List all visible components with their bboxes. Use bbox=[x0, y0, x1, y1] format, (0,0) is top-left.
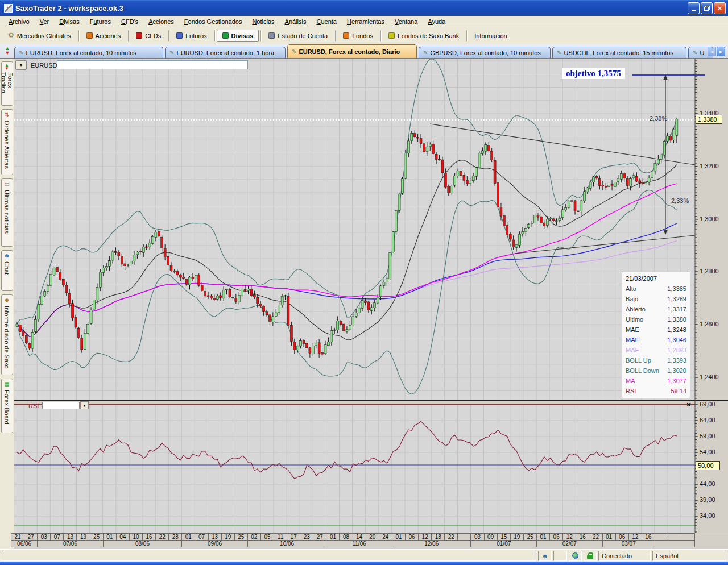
menu-fondos-gestionados[interactable]: Fondos Gestionados bbox=[179, 17, 247, 26]
sidebar-item-label: Informe diario de Saxo bbox=[3, 306, 10, 369]
chart-tab-icon: ✎ bbox=[292, 48, 296, 55]
acciones-icon bbox=[86, 32, 93, 39]
menu-acciones[interactable]: Acciones bbox=[143, 17, 179, 26]
info-label: BOLL Down bbox=[626, 367, 659, 375]
globe-icon bbox=[572, 552, 578, 559]
close-button[interactable]: × bbox=[714, 2, 726, 14]
menu-ventana[interactable]: Ventana bbox=[390, 17, 423, 26]
toolbar-label: Fondos bbox=[352, 32, 373, 39]
rsi-dropdown-button[interactable]: ▼ bbox=[80, 401, 89, 409]
info-label: RSI bbox=[626, 388, 636, 396]
informe-diario-icon: ☻ bbox=[4, 297, 10, 304]
tab-scroll-right-button[interactable]: ► bbox=[717, 47, 725, 56]
symbol-dropdown-button[interactable]: ▼ bbox=[15, 60, 27, 70]
rsi-pane-close-button[interactable]: × bbox=[684, 401, 693, 409]
info-label: MA bbox=[626, 377, 635, 385]
xaxis-month-band: 06/06 bbox=[11, 540, 38, 547]
info-box-row: MAE1,2893 bbox=[622, 346, 690, 356]
toolbar-fondos-de-saxo-bank[interactable]: Fondos de Saxo Bank bbox=[383, 30, 465, 42]
info-value: 1,3385 bbox=[667, 285, 686, 293]
tab-usdchf-forex-al-contado-15-minutos[interactable]: ✎USDCHF, Forex al contado, 15 minutos bbox=[552, 47, 686, 58]
window-bottom-edge bbox=[0, 562, 728, 565]
info-label: Bajo bbox=[626, 296, 638, 304]
toolbar-separator bbox=[214, 30, 215, 41]
info-value: 1,3020 bbox=[667, 367, 686, 375]
symbol-input[interactable] bbox=[57, 60, 248, 69]
menu-cfd-s[interactable]: CFD's bbox=[116, 17, 143, 26]
minimize-button[interactable] bbox=[688, 2, 700, 14]
toolbar-cfds[interactable]: CFDs bbox=[130, 30, 167, 42]
tab-label: GBPUSD, Forex al contado, 10 minutos bbox=[430, 49, 540, 56]
menu-noticias[interactable]: Noticias bbox=[247, 17, 279, 26]
info-value: 1,3380 bbox=[667, 316, 686, 324]
price-axis-label: 1,2400 bbox=[700, 373, 727, 380]
rsi-settings-input[interactable] bbox=[42, 402, 80, 409]
menu-divisas[interactable]: Divisas bbox=[54, 17, 84, 26]
sidebar-item-informe-diario-de-saxo[interactable]: ☻Informe diario de Saxo bbox=[1, 294, 13, 375]
toolbar-label: Acciones bbox=[96, 32, 121, 39]
toolbar-fondos[interactable]: Fondos bbox=[337, 30, 379, 42]
menu-ayuda[interactable]: Ayuda bbox=[423, 17, 450, 26]
price-pane[interactable] bbox=[14, 59, 695, 400]
toolbar-mercados-globales[interactable]: ⚙Mercados Globales bbox=[2, 30, 77, 42]
xaxis-month-row: 06/0607/0608/0609/0610/0611/0612/0601/07… bbox=[11, 540, 695, 547]
symbol-label: EURUSD bbox=[31, 62, 57, 69]
tab-eurusd-forex-al-contado-diario[interactable]: ✎EURUSD, Forex al contado, Diario bbox=[287, 44, 417, 58]
tab-eurusd-forex-al-contado-10-minutos[interactable]: ✎EURUSD, Forex al contado, 10 minutos bbox=[14, 47, 163, 58]
toolbar-label: Divisas bbox=[231, 32, 254, 39]
chat-icon: ☻ bbox=[4, 252, 10, 260]
forex-trading-icon: ▲▼ bbox=[5, 64, 9, 70]
sidebar-item-ordenes-abiertas[interactable]: ⇅Ordenes Abiertas bbox=[1, 109, 13, 175]
sidebar-item-label: Últimas noticias bbox=[3, 190, 10, 234]
status-bar: ☻ConectadoEspañol bbox=[0, 549, 728, 562]
rsi-axis-label: 34,00 bbox=[700, 512, 727, 519]
sidebar-item-label: Chat bbox=[3, 261, 10, 275]
sidebar-item-chat[interactable]: ☻Chat bbox=[1, 250, 13, 291]
fondos-saxo-icon bbox=[388, 32, 395, 39]
toolbar-divisas[interactable]: Divisas bbox=[217, 30, 259, 42]
forex-arrows-icon: ▲▼ bbox=[3, 46, 12, 55]
info-value: 59,14 bbox=[671, 388, 686, 396]
toolbar-estado-de-cuenta[interactable]: Estado de Cuenta bbox=[263, 30, 333, 42]
menu-futuros[interactable]: Futuros bbox=[85, 17, 116, 26]
status-user-cell: ☻ bbox=[538, 551, 552, 561]
info-box-row: MAE1,3046 bbox=[622, 335, 690, 346]
sidebar-item-label: Forex Trading bbox=[1, 72, 13, 105]
xaxis-month-filler bbox=[655, 540, 695, 547]
toolbar-separator bbox=[78, 30, 79, 41]
sidebar-item-label: Ordenes Abiertas bbox=[3, 121, 10, 169]
sidebar-item-forex-trading[interactable]: ▲▼Forex Trading bbox=[1, 61, 13, 106]
status-connection-cell: Conectado bbox=[598, 551, 651, 561]
xaxis-month-band: 12/06 bbox=[392, 540, 471, 547]
xaxis-month-band: 10/06 bbox=[247, 540, 327, 547]
menu-analisis[interactable]: Análisis bbox=[280, 17, 312, 26]
xaxis-month-band: 01/07 bbox=[471, 540, 537, 547]
menu-archivo[interactable]: Archivo bbox=[3, 17, 35, 26]
menu-cuenta[interactable]: Cuenta bbox=[311, 17, 341, 26]
status-main-cell bbox=[2, 551, 536, 561]
toolbar-separator bbox=[128, 30, 129, 41]
sidebar-item-forex-board[interactable]: ▦Forex Board bbox=[1, 379, 13, 433]
menu-herramientas[interactable]: Herramientas bbox=[342, 17, 390, 26]
toolbar-futuros[interactable]: Futuros bbox=[171, 30, 212, 42]
toolbar-informacion[interactable]: Información bbox=[469, 30, 512, 42]
chart-canvas[interactable] bbox=[14, 59, 728, 533]
sidebar-item-label: Forex Board bbox=[3, 390, 10, 425]
tab-scroll-left-button[interactable]: ◄ bbox=[708, 47, 716, 56]
chart-tab-icon: ✎ bbox=[423, 49, 428, 56]
xaxis-month-band: 02/07 bbox=[536, 540, 603, 547]
tab-eurusd-forex-al-contado-1-hora[interactable]: ✎EURUSD, Forex al contado, 1 hora bbox=[165, 47, 286, 58]
tab-label: EURUSD, Forex al contado, Diario bbox=[299, 48, 400, 55]
price-axis-label: 1,3000 bbox=[700, 215, 727, 222]
menu-ver[interactable]: Ver bbox=[35, 17, 55, 26]
menu-bar: ArchivoVerDivisasFuturosCFD'sAccionesFon… bbox=[0, 16, 728, 27]
estado-de-cuenta-icon bbox=[268, 32, 275, 39]
cfds-icon bbox=[136, 32, 142, 39]
tab-gbpusd-forex-al-contado-10-minutos[interactable]: ✎GBPUSD, Forex al contado, 10 minutos bbox=[419, 47, 551, 58]
chart-tab-icon: ✎ bbox=[557, 49, 561, 56]
divisas-icon bbox=[222, 32, 229, 39]
restore-button[interactable] bbox=[701, 2, 713, 14]
sidebar-item-ultimas-noticias[interactable]: ▤Últimas noticias bbox=[1, 178, 13, 247]
price-axis-label: 1,3200 bbox=[700, 163, 727, 169]
toolbar-acciones[interactable]: Acciones bbox=[81, 30, 127, 42]
